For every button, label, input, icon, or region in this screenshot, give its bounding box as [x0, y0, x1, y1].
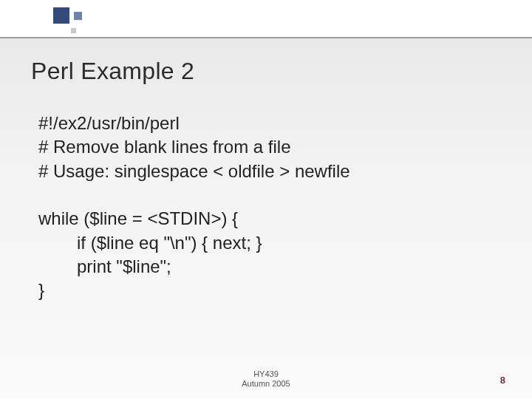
code-line: # Remove blank lines from a file — [38, 135, 501, 159]
page-number: 8 — [500, 375, 505, 386]
code-block: #!/ex2/usr/bin/perl # Remove blank lines… — [31, 112, 501, 303]
decorative-squares — [52, 6, 84, 38]
code-line: print "$line"; — [38, 255, 501, 279]
square-icon — [69, 27, 78, 35]
code-line: #!/ex2/usr/bin/perl — [38, 112, 501, 135]
slide-content: Perl Example 2 #!/ex2/usr/bin/perl # Rem… — [0, 38, 532, 399]
slide-title: Perl Example 2 — [31, 58, 501, 85]
square-icon — [52, 6, 71, 25]
code-line: # Usage: singlespace < oldfile > newfile — [38, 160, 501, 183]
footer-term: Autumn 2005 — [0, 379, 532, 389]
code-line: while ($line = <STDIN>) { — [38, 207, 501, 231]
code-line: } — [38, 279, 501, 302]
square-icon — [72, 10, 83, 21]
title-bar — [0, 0, 532, 38]
code-line: if ($line eq "\n") { next; } — [38, 231, 501, 255]
footer-course: HY439 — [0, 369, 532, 379]
code-block-body: while ($line = <STDIN>) { if ($line eq "… — [38, 207, 501, 303]
footer-center: HY439 Autumn 2005 — [0, 369, 532, 389]
code-block-header: #!/ex2/usr/bin/perl # Remove blank lines… — [38, 112, 501, 183]
